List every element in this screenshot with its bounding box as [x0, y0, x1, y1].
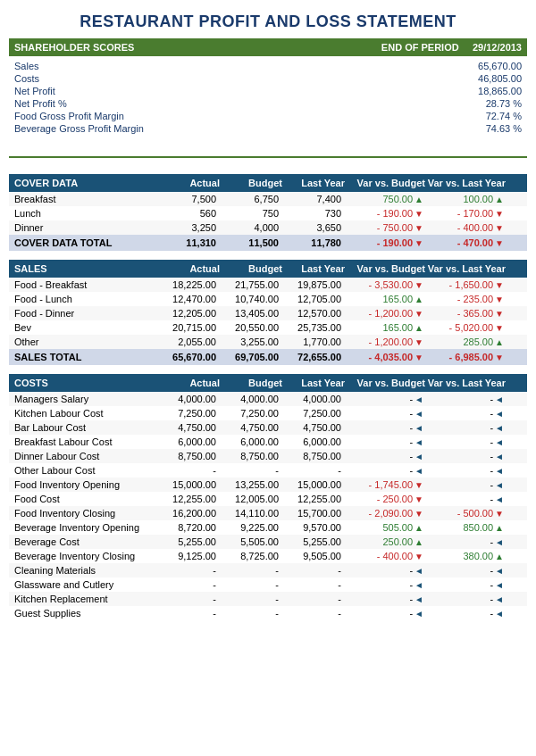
- costs-row-food-inv-closing: Food Inventory Closing 16,200.00 14,110.…: [9, 506, 527, 520]
- costs-row-managers-salary: Managers Salary 4,000.00 4,000.00 4,000.…: [9, 392, 527, 406]
- cover-section: COVER DATA Actual Budget Last Year Var v…: [9, 174, 527, 251]
- shareholder-section: SHAREHOLDER SCORES END OF PERIOD 29/12/2…: [9, 38, 527, 140]
- cover-col-var-budget: Var vs. Budget: [345, 178, 425, 188]
- costs-section-label: COSTS: [14, 378, 157, 388]
- cover-row-dinner: Dinner 3,250 4,000 3,650 - 750.00 ▼ - 40…: [9, 220, 527, 235]
- costs-col-budget: Budget: [220, 378, 282, 388]
- sales-total-row: SALES TOTAL 65,670.00 69,705.00 72,655.0…: [9, 349, 527, 365]
- shareholder-body: Sales 65,670.00 Costs 46,805.00 Net Prof…: [9, 56, 527, 140]
- sales-header: SALES Actual Budget Last Year Var vs. Bu…: [9, 260, 527, 278]
- costs-row-other-labour: Other Labour Cost - - - - ◄ - ◄: [9, 463, 527, 478]
- sales-col-lastyear: Last Year: [282, 263, 345, 274]
- cover-row-lunch: Lunch 560 750 730 - 190.00 ▼ - 170.00 ▼: [9, 206, 527, 220]
- costs-row-kitchen-replacement: Kitchen Replacement - - - - ◄ - ◄: [9, 592, 527, 606]
- costs-row-bev-inv-opening: Beverage Inventory Opening 8,720.00 9,22…: [9, 520, 527, 535]
- sales-row-food-lunch: Food - Lunch 12,470.00 10,740.00 12,705.…: [9, 292, 527, 306]
- shareholder-header: SHAREHOLDER SCORES END OF PERIOD 29/12/2…: [9, 38, 527, 56]
- costs-row-breakfast-labour: Breakfast Labour Cost 6,000.00 6,000.00 …: [9, 435, 527, 449]
- sales-row-food-breakfast: Food - Breakfast 18,225.00 21,755.00 19,…: [9, 278, 527, 292]
- cover-header: COVER DATA Actual Budget Last Year Var v…: [9, 174, 527, 192]
- costs-header: COSTS Actual Budget Last Year Var vs. Bu…: [9, 374, 527, 392]
- costs-col-var-budget: Var vs. Budget: [345, 378, 425, 388]
- cover-col-budget: Budget: [220, 178, 282, 188]
- cover-total-row: COVER DATA TOTAL 11,310 11,500 11,780 - …: [9, 235, 527, 251]
- sh-row-bev-gpm: Beverage Gross Profit Margin 74.63 %: [14, 122, 522, 135]
- sh-row-food-gpm: Food Gross Profit Margin 72.74 %: [14, 110, 522, 122]
- sales-section: SALES Actual Budget Last Year Var vs. Bu…: [9, 260, 527, 365]
- costs-row-dinner-labour: Dinner Labour Cost 8,750.00 8,750.00 8,7…: [9, 449, 527, 463]
- page-container: RESTAURANT PROFIT AND LOSS STATEMENT SHA…: [0, 0, 536, 627]
- shareholder-period: END OF PERIOD 29/12/2013: [381, 42, 522, 53]
- costs-row-food-inv-opening: Food Inventory Opening 15,000.00 13,255.…: [9, 478, 527, 492]
- sh-row-sales: Sales 65,670.00: [14, 60, 522, 72]
- cover-row-breakfast: Breakfast 7,500 6,750 7,400 750.00 ▲ 100…: [9, 192, 527, 206]
- cover-col-lastyear: Last Year: [282, 178, 345, 188]
- sales-row-food-dinner: Food - Dinner 12,205.00 13,405.00 12,570…: [9, 306, 527, 320]
- costs-col-lastyear: Last Year: [282, 378, 345, 388]
- costs-row-bev-cost: Beverage Cost 5,255.00 5,505.00 5,255.00…: [9, 535, 527, 549]
- cover-col-actual: Actual: [157, 178, 220, 188]
- costs-row-glassware: Glassware and Cutlery - - - - ◄ - ◄: [9, 577, 527, 592]
- sh-row-net-profit: Net Profit 18,865.00: [14, 85, 522, 97]
- sales-section-label: SALES: [14, 263, 157, 274]
- sales-row-bev: Bev 20,715.00 20,550.00 25,735.00 165.00…: [9, 320, 527, 335]
- sh-row-net-profit-pct: Net Profit % 28.73 %: [14, 97, 522, 110]
- costs-row-bar-labour: Bar Labour Cost 4,750.00 4,750.00 4,750.…: [9, 420, 527, 435]
- costs-row-kitchen-labour: Kitchen Labour Cost 7,250.00 7,250.00 7,…: [9, 406, 527, 420]
- costs-col-var-ly: Var vs. Last Year: [425, 378, 506, 388]
- page-title: RESTAURANT PROFIT AND LOSS STATEMENT: [9, 7, 527, 38]
- cover-col-var-ly: Var vs. Last Year: [425, 178, 506, 188]
- costs-row-bev-inv-closing: Beverage Inventory Closing 9,125.00 8,72…: [9, 549, 527, 563]
- sh-row-costs: Costs 46,805.00: [14, 72, 522, 85]
- sales-col-actual: Actual: [157, 263, 220, 274]
- costs-row-food-cost: Food Cost 12,255.00 12,005.00 12,255.00 …: [9, 492, 527, 506]
- sales-col-var-budget: Var vs. Budget: [345, 263, 425, 274]
- sales-row-other: Other 2,055.00 3,255.00 1,770.00 - 1,200…: [9, 335, 527, 349]
- shareholder-label: SHAREHOLDER SCORES: [14, 42, 134, 53]
- sales-col-budget: Budget: [220, 263, 282, 274]
- costs-row-cleaning: Cleaning Materials - - - - ◄ - ◄: [9, 563, 527, 577]
- costs-col-actual: Actual: [157, 378, 220, 388]
- cover-section-label: COVER DATA: [14, 178, 157, 188]
- costs-section: COSTS Actual Budget Last Year Var vs. Bu…: [9, 374, 527, 620]
- sales-col-var-ly: Var vs. Last Year: [425, 263, 506, 274]
- costs-row-guest-supplies: Guest Supplies - - - - ◄ - ◄: [9, 606, 527, 620]
